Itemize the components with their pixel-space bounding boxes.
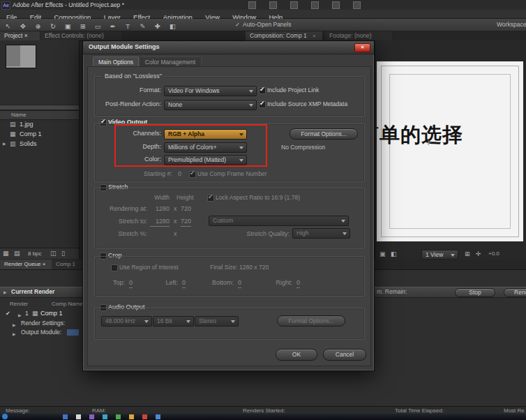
pan-behind-tool-icon[interactable]: ⊞ bbox=[77, 22, 88, 31]
tab-footage[interactable]: Footage: (none) bbox=[325, 31, 392, 40]
proxy-icon[interactable]: ◫ bbox=[50, 249, 57, 258]
render-checkbox[interactable]: ✔ bbox=[6, 309, 10, 318]
brush-tool-icon[interactable]: ✎ bbox=[137, 22, 148, 31]
output-module-value-highlight[interactable] bbox=[67, 329, 79, 336]
twirl-icon[interactable]: ▶ bbox=[3, 288, 7, 297]
audio-format-options-button[interactable]: Format Options... bbox=[277, 315, 345, 327]
project-item-label[interactable]: Solids bbox=[20, 140, 37, 149]
post-render-action-dropdown[interactable]: None bbox=[164, 100, 257, 110]
shape-tool-icon[interactable]: ▭ bbox=[93, 22, 103, 31]
rotation-tool-icon[interactable]: ↻ bbox=[47, 22, 58, 31]
type-tool-icon[interactable]: T bbox=[123, 22, 133, 31]
crop-bottom-field[interactable]: 0 bbox=[238, 278, 241, 288]
include-project-link-checkbox[interactable] bbox=[259, 87, 266, 94]
auto-open-panels-toggle[interactable]: Auto-Open Panels bbox=[243, 20, 291, 29]
composition-canvas[interactable]: 简单的选择 + bbox=[377, 61, 523, 241]
table-row[interactable]: ▶ Output Module: bbox=[0, 328, 79, 337]
tray-icon[interactable] bbox=[269, 1, 277, 9]
zoom-tool-icon[interactable]: ⊕ bbox=[33, 22, 43, 31]
hand-tool-icon[interactable]: ✥ bbox=[17, 22, 28, 31]
project-divider[interactable] bbox=[0, 105, 79, 110]
trash-icon[interactable]: ▯ bbox=[61, 249, 65, 258]
table-row[interactable]: ▶ Render Settings: bbox=[0, 319, 79, 328]
camera-tool-icon[interactable]: ▣ bbox=[63, 22, 73, 31]
project-name-header[interactable]: Name bbox=[0, 110, 79, 120]
render-button[interactable]: Render bbox=[504, 288, 526, 297]
format-dropdown[interactable]: Video For Windows bbox=[164, 86, 257, 96]
tab-composition-close-icon[interactable]: × bbox=[313, 31, 316, 40]
selection-tool-icon[interactable]: ↖ bbox=[3, 22, 13, 31]
rendering-at-label: Rendering at: bbox=[90, 204, 147, 213]
tab-effect-controls[interactable]: Effect Controls: (none) bbox=[40, 31, 121, 40]
stretch-to-width-field[interactable]: 1280 bbox=[150, 217, 170, 227]
cancel-button[interactable]: Cancel bbox=[323, 349, 366, 361]
height-header: Height bbox=[176, 193, 194, 202]
audio-rate-dropdown[interactable]: 48.000 kHz bbox=[101, 316, 152, 327]
tab-color-management[interactable]: Color Management bbox=[139, 57, 202, 67]
project-item-label[interactable]: 1.jpg bbox=[20, 120, 33, 129]
grid-icon[interactable]: ⊞ bbox=[465, 250, 470, 259]
twirl-icon[interactable]: ▶ bbox=[13, 330, 16, 339]
starting-number-field[interactable]: 0 bbox=[178, 170, 181, 179]
crop-top-field[interactable]: 0 bbox=[129, 278, 133, 288]
use-roi-checkbox[interactable] bbox=[111, 264, 118, 271]
pixel-aspect-icon[interactable]: ✛ bbox=[476, 250, 481, 259]
new-comp-icon[interactable]: ▤ bbox=[14, 249, 20, 258]
audio-channels-dropdown[interactable]: Stereo bbox=[195, 316, 239, 327]
lock-aspect-checkbox[interactable] bbox=[207, 195, 214, 202]
auto-open-panels-check-icon[interactable]: ✓ bbox=[235, 20, 240, 29]
pen-tool-icon[interactable]: ✒ bbox=[107, 22, 118, 31]
taskbar-icon-2[interactable] bbox=[76, 414, 81, 419]
channels-icon[interactable]: ◧ bbox=[391, 250, 397, 259]
taskbar-icon-6[interactable] bbox=[129, 414, 134, 419]
tab-render-queue[interactable]: Render Queue × bbox=[0, 260, 54, 269]
exposure-value[interactable]: +0.0 bbox=[488, 249, 499, 258]
row-comp-name[interactable]: Comp 1 bbox=[40, 309, 63, 318]
windows-start-button[interactable] bbox=[2, 414, 8, 419]
tab-project[interactable]: Project × bbox=[0, 31, 40, 40]
bpc-indicator[interactable]: 8 bpc bbox=[28, 249, 42, 258]
tray-icon[interactable] bbox=[290, 1, 298, 9]
twirl-icon[interactable]: ▶ bbox=[3, 140, 6, 149]
new-folder-icon[interactable]: ▦ bbox=[3, 249, 9, 258]
use-comp-frame-checkbox[interactable] bbox=[189, 171, 196, 178]
stretch-quality-dropdown[interactable]: High bbox=[292, 228, 350, 239]
tab-composition[interactable]: Composition: Comp 1 bbox=[246, 31, 322, 40]
dialog-close-button[interactable]: × bbox=[354, 43, 370, 52]
tab-main-options[interactable]: Main Options bbox=[93, 57, 139, 67]
taskbar-icon-4[interactable] bbox=[103, 414, 107, 419]
crop-right-field[interactable]: 0 bbox=[296, 278, 300, 288]
audio-depth-dropdown[interactable]: 16 Bit bbox=[153, 316, 194, 327]
taskbar-icon-8[interactable] bbox=[156, 414, 160, 419]
crop-left-field[interactable]: 0 bbox=[182, 278, 186, 288]
clone-stamp-tool-icon[interactable]: ✚ bbox=[153, 22, 163, 31]
include-xmp-checkbox[interactable] bbox=[259, 101, 266, 108]
taskbar-icon-5[interactable] bbox=[116, 414, 121, 419]
dialog-titlebar[interactable]: Output Module Settings × bbox=[83, 41, 374, 54]
table-row[interactable]: ✔ ▶ 1 ▦ Comp 1 bbox=[0, 309, 79, 318]
render-settings-label[interactable]: Render Settings: bbox=[21, 319, 65, 328]
taskbar-icon-7[interactable] bbox=[142, 414, 147, 419]
taskbar-icon-3[interactable] bbox=[89, 414, 94, 419]
taskbar-icon-1[interactable] bbox=[63, 414, 68, 419]
camera-icon[interactable]: ▣ bbox=[380, 250, 386, 259]
workspace-selector[interactable]: Workspace bbox=[497, 20, 526, 29]
tab-comp-1[interactable]: Comp 1 bbox=[52, 260, 82, 269]
tray-icon[interactable] bbox=[311, 1, 319, 9]
output-module-label[interactable]: Output Module: bbox=[21, 328, 61, 337]
tray-icon[interactable] bbox=[353, 1, 361, 9]
tray-icon[interactable] bbox=[248, 1, 256, 9]
format-options-button[interactable]: Format Options... bbox=[290, 128, 358, 140]
list-item[interactable]: ▦ Comp 1 bbox=[0, 130, 79, 139]
stretch-to-height-field[interactable]: 720 bbox=[181, 217, 191, 227]
stretch-preset-dropdown[interactable]: Custom bbox=[209, 216, 349, 226]
eraser-tool-icon[interactable]: ◧ bbox=[167, 22, 178, 31]
list-item[interactable]: ▤ 1.jpg bbox=[0, 120, 79, 129]
tray-icon[interactable] bbox=[332, 1, 340, 9]
ok-button[interactable]: OK bbox=[276, 349, 317, 361]
name-column-header[interactable]: Name bbox=[11, 110, 26, 119]
stop-button[interactable]: Stop bbox=[455, 288, 495, 297]
project-item-label[interactable]: Comp 1 bbox=[20, 130, 42, 139]
list-item[interactable]: ▶ ▥ Solids bbox=[0, 140, 79, 149]
view-layout-dropdown[interactable]: 1 View bbox=[421, 250, 458, 260]
